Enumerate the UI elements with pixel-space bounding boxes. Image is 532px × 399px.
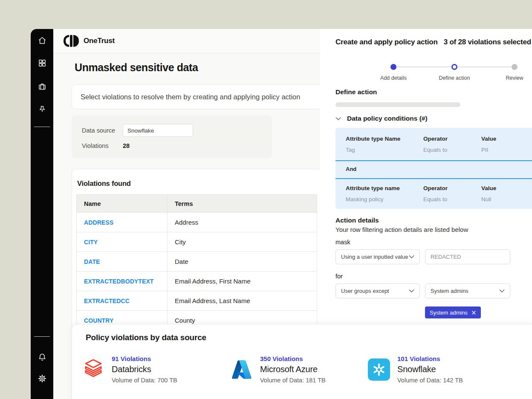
source-violations-link[interactable]: 350 Violations [260, 355, 326, 362]
home-icon[interactable] [37, 35, 47, 46]
top-bar: OneTrust [53, 29, 320, 53]
source-card-azure: 350 Violations Microsoft Azure Volume of… [231, 355, 326, 384]
condition-header: Value [481, 185, 496, 191]
condition-header: Value [481, 136, 496, 142]
data-source-input[interactable]: Snowflake [123, 124, 193, 137]
for-label: for [335, 273, 343, 280]
brand-name: OneTrust [84, 37, 115, 45]
chevron-down-icon [335, 117, 341, 121]
selection-status: 3 of 28 violations selected [444, 38, 531, 46]
instruction-banner-text: Select violations to resolve them by cre… [81, 93, 300, 101]
data-source-label: Data source [82, 127, 123, 134]
source-volume: Volume of Data: 142 TB [397, 377, 463, 384]
apps-grid-icon[interactable] [37, 58, 47, 68]
policy-action-panel: Create and apply policy action3 of 28 vi… [320, 29, 532, 324]
column-header-name: Name [77, 195, 168, 213]
app-window: OneTrust Unmasked sensitive data Select … [31, 29, 532, 399]
bell-icon[interactable] [37, 352, 47, 362]
source-name: Microsoft Azure [260, 364, 326, 374]
group-value-text: System admins [431, 288, 468, 294]
condition-header: Attribute type Name [346, 136, 400, 142]
condition-header: Operator [423, 136, 448, 142]
group-operator-value: User groups except [341, 288, 389, 294]
condition-connector: And [346, 166, 356, 172]
violations-count: 28 [123, 142, 130, 149]
panel-title-text: Create and apply policy action [335, 38, 438, 46]
table-row: DATE Date [77, 252, 317, 272]
step-review-dot[interactable] [512, 64, 518, 70]
summary-title: Policy violations by data source [86, 333, 206, 342]
mask-method-value: Using a user inputted value [341, 254, 408, 260]
source-volume: Volume of Data: 181 TB [260, 377, 326, 384]
terms-cell: Address [168, 213, 317, 232]
table-header-row: Name Terms [77, 195, 317, 213]
mask-label: mask [335, 239, 350, 246]
instruction-banner: Select violations to resolve them by cre… [72, 84, 320, 109]
condition-value: PII [481, 147, 489, 153]
source-violations-link[interactable]: 91 Violations [112, 355, 177, 362]
condition-divider [335, 178, 532, 179]
terms-cell: City [168, 232, 317, 252]
onetrust-logo-icon [64, 35, 79, 47]
conditions-toggle[interactable]: Data policy conditions (#) [335, 115, 428, 122]
group-value-select[interactable]: System admins [425, 283, 510, 298]
mask-value-text: REDACTED [431, 254, 461, 260]
stepper-line [396, 66, 451, 67]
onetrust-logo: OneTrust [64, 35, 115, 47]
action-details-subtitle: Your row filtering action details are li… [335, 226, 468, 233]
pin-icon[interactable] [37, 104, 47, 115]
page-title: Unmasked sensitive data [75, 61, 198, 74]
define-action-heading: Define action [335, 88, 377, 96]
column-header-terms: Terms [168, 195, 317, 213]
violations-label: Violations [82, 142, 123, 149]
policy-violations-summary: Policy violations by data source 91 Viol… [72, 324, 532, 399]
step-define-action-dot[interactable] [451, 64, 457, 70]
panel-title: Create and apply policy action3 of 28 vi… [335, 38, 531, 46]
stepper: Add details Define action Review [335, 64, 523, 90]
condition-header: Operator [423, 185, 448, 191]
terms-cell: Date [168, 252, 317, 272]
condition-header: Attribute type name [346, 185, 400, 191]
azure-icon [231, 359, 253, 381]
condition-value: Equals to [423, 196, 447, 202]
violation-link[interactable]: ADDRESS [84, 219, 113, 226]
source-violations-link[interactable]: 101 Violations [397, 355, 463, 362]
violation-link[interactable]: DATE [84, 258, 100, 265]
source-volume: Volume of Data: 700 TB [112, 377, 177, 384]
source-name: Databricks [112, 364, 177, 374]
screenshot-root: OneTrust Unmasked sensitive data Select … [0, 0, 532, 399]
mask-method-select[interactable]: Using a user inputted value [335, 249, 420, 264]
briefcase-icon[interactable] [37, 81, 47, 92]
snowflake-icon [368, 359, 390, 381]
terms-cell: Email Address, First Name [168, 272, 317, 291]
condition-value: Tag [346, 147, 355, 153]
selected-group-chip[interactable]: System admins [425, 306, 481, 318]
group-operator-select[interactable]: User groups except [335, 283, 420, 298]
violation-link[interactable]: CITY [84, 239, 98, 246]
databricks-icon [82, 359, 104, 381]
sidebar-divider-top [34, 127, 50, 127]
violation-link[interactable]: EXTRACTEDBODYTEXT [84, 278, 154, 285]
conditions-title: Data policy conditions (#) [347, 115, 428, 122]
condition-value: Null [481, 196, 491, 202]
action-details-heading: Action details [335, 217, 379, 224]
terms-cell: Email Address, Last Name [168, 291, 317, 311]
mask-value-input[interactable]: REDACTED [425, 249, 510, 264]
condition-value: Equals to [423, 147, 447, 153]
condition-divider [335, 160, 532, 161]
remove-chip-icon[interactable] [471, 310, 476, 315]
table-row: EXTRACTEDCC Email Address, Last Name [77, 291, 317, 311]
violation-link[interactable]: COUNTRY [84, 317, 113, 324]
chip-label: System admins [430, 309, 468, 316]
chevron-down-icon [409, 255, 414, 259]
sidebar-divider-bottom [34, 336, 50, 337]
chevron-down-icon [409, 289, 414, 293]
source-card-databricks: 91 Violations Databricks Volume of Data:… [82, 355, 177, 384]
filter-summary: Data source Snowflake Violations 28 [72, 116, 272, 158]
gear-icon[interactable] [37, 373, 47, 384]
table-row: EXTRACTEDBODYTEXT Email Address, First N… [77, 272, 317, 291]
violations-table: Name Terms ADDRESS Address CITY Ci [76, 194, 317, 330]
table-row: CITY City [77, 232, 317, 252]
step-add-details-dot[interactable] [390, 64, 396, 70]
violation-link[interactable]: EXTRACTEDCC [84, 298, 130, 304]
